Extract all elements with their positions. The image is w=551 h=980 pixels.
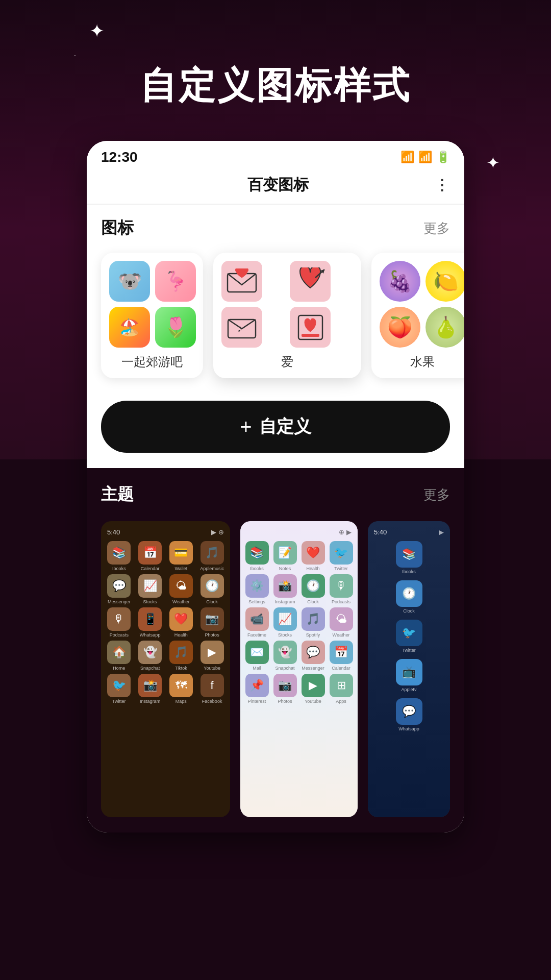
icon-flamingo: 🦩 <box>155 261 196 302</box>
theme-cards-container: 5:40 ▶ ⊕ 📚 Ibooks 📅 Calendar <box>101 521 450 817</box>
theme2-spotify: 🎵 Spotify <box>300 607 325 638</box>
icon-love-heart-arrow <box>290 261 331 302</box>
page-title: 自定义图标样式 <box>0 0 551 110</box>
theme2-messenger: 💬 Messenger <box>300 641 325 671</box>
phone-mockup: 12:30 📶 📶 🔋 百变图标 ⋮ 图标 更多 🐨 🦩 🏖️ 🌷 一起郊游吧 <box>87 141 464 832</box>
theme3-ibooks: 📚 Ibooks <box>396 541 422 574</box>
theme-card-brown[interactable]: 5:40 ▶ ⊕ 📚 Ibooks 📅 Calendar <box>101 521 230 817</box>
mini-app-instagram: 📸 Instagram <box>136 674 164 704</box>
mini-app-youtube: ▶ Youtube <box>198 641 226 671</box>
mini-app-photos: 📷 Photos <box>198 607 226 638</box>
svg-text:♪: ♪ <box>237 323 242 334</box>
icon-packs-scroll: 🐨 🦩 🏖️ 🌷 一起郊游吧 <box>87 248 464 388</box>
mini-app-wallet: 💳 Wallet <box>167 541 195 571</box>
signal-icon: 📶 <box>418 151 432 164</box>
theme2-clock: 🕐 Clock <box>300 574 325 604</box>
pack-name-love: 爱 <box>221 354 353 370</box>
svg-rect-8 <box>302 334 319 337</box>
theme2-snapchat: 👻 Snapchat <box>272 641 297 671</box>
mini-app-clock-1: 🕐 Clock <box>198 574 226 604</box>
icon-love-envelope-music: ♪ <box>221 307 262 348</box>
themes-section: 主题 更多 5:40 ▶ ⊕ 📚 Ibooks <box>87 468 464 832</box>
theme2-instagram: 📸 Instagram <box>272 574 297 604</box>
theme3-whatsapp: 💬 Whatsapp <box>396 698 422 731</box>
themes-title: 主题 <box>101 483 134 506</box>
theme2-facetime: 📹 Facetime <box>244 607 269 638</box>
mini-app-messenger: 💬 Messenger <box>105 574 133 604</box>
theme3-clock: 🕐 Clock <box>396 580 422 614</box>
icon-fruit-pear: 🍐 <box>425 307 464 348</box>
theme2-youtube: ▶ Youtube <box>300 674 325 704</box>
theme2-weather: 🌤 Weather <box>329 607 354 638</box>
wifi-icon: 📶 <box>400 151 414 164</box>
customize-btn-area: + 自定义 <box>87 388 464 468</box>
icon-pack-fruits[interactable]: 🍇 🍋 🍑 🍐 水果 <box>371 253 464 378</box>
theme2-pinterest: 📌 Pinterest <box>244 674 269 704</box>
pack-name-outing: 一起郊游吧 <box>109 354 195 370</box>
icon-fruit-lemon: 🍋 <box>425 261 464 302</box>
icon-pack-outing[interactable]: 🐨 🦩 🏖️ 🌷 一起郊游吧 <box>101 253 203 378</box>
theme2-notes: 📝 Notes <box>272 541 297 571</box>
mini-app-weather-1: 🌤 Weather <box>167 574 195 604</box>
icon-fruit-grape: 🍇 <box>380 261 420 302</box>
mini-app-whatsapp: 📱 Whatsapp <box>136 607 164 638</box>
icon-fruit-peach: 🍑 <box>380 307 420 348</box>
status-time: 12:30 <box>101 149 138 165</box>
battery-icon: 🔋 <box>436 151 450 164</box>
mini-app-applemusic: 🎵 Applemusic <box>198 541 226 571</box>
mini-app-facebook: f Facebook <box>198 674 226 704</box>
mini-app-calendar: 📅 Calendar <box>136 541 164 571</box>
icon-love-book <box>290 307 331 348</box>
app-header: 百变图标 ⋮ <box>87 169 464 204</box>
theme2-apps: ⊞ Apps <box>329 674 354 704</box>
icons-section-title: 图标 <box>101 217 134 239</box>
theme2-twitter: 🐦 Twitter <box>329 541 354 571</box>
mini-app-tiktok: 🎵 Tiktok <box>167 641 195 671</box>
mini-app-home: 🏠 Home <box>105 641 133 671</box>
icon-lighthouse: 🏖️ <box>109 307 150 348</box>
app-title: 百变图标 <box>121 175 435 195</box>
theme2-settings: ⚙️ Settings <box>244 574 269 604</box>
theme-card-light[interactable]: ⊕ ▶ 📚 Ibooks 📝 Notes ❤️ Hea <box>240 521 358 817</box>
icon-garden: 🌷 <box>155 307 196 348</box>
theme1-status-bar: 5:40 ▶ ⊕ <box>105 528 226 536</box>
themes-section-header: 主题 更多 <box>101 483 450 506</box>
icons-more-button[interactable]: 更多 <box>423 219 450 237</box>
icon-love-envelope <box>221 261 262 302</box>
mini-app-ibooks: 📚 Ibooks <box>105 541 133 571</box>
mini-app-maps: 🗺 Maps <box>167 674 195 704</box>
mini-app-stocks: 📈 Stocks <box>136 574 164 604</box>
theme3-appletv: 📺 Appletv <box>396 659 422 692</box>
theme2-calendar: 📅 Calendar <box>329 641 354 671</box>
mini-app-health: ❤️ Health <box>167 607 195 638</box>
more-menu-button[interactable]: ⋮ <box>435 177 450 193</box>
pack-name-fruits: 水果 <box>380 354 464 370</box>
mini-app-podcasts: 🎙 Podcasts <box>105 607 133 638</box>
icon-pack-love[interactable]: ♪ 爱 <box>213 253 361 378</box>
customize-plus-icon: + <box>240 415 252 438</box>
themes-more-button[interactable]: 更多 <box>423 486 450 504</box>
theme2-health: ❤️ Health <box>300 541 325 571</box>
theme2-photos: 📷 Photos <box>272 674 297 704</box>
star-decoration-3: ✦ <box>486 153 500 173</box>
icon-sky: 🐨 <box>109 261 150 302</box>
customize-label: 自定义 <box>259 415 311 438</box>
theme2-podcasts: 🎙 Podcasts <box>329 574 354 604</box>
mini-app-snapchat: 👻 Snapchat <box>136 641 164 671</box>
theme3-twitter: 🐦 Twitter <box>396 620 422 653</box>
icons-section-header: 图标 更多 <box>87 205 464 248</box>
theme2-mail: ✉️ Mail <box>244 641 269 671</box>
theme-card-dark[interactable]: 5:40 ▶ 📚 Ibooks 🕐 Clock 🐦 <box>368 521 450 817</box>
theme2-ibooks: 📚 Ibooks <box>244 541 269 571</box>
status-icons: 📶 📶 🔋 <box>400 151 450 164</box>
status-bar: 12:30 📶 📶 🔋 <box>87 141 464 169</box>
theme2-stocks: 📈 Stocks <box>272 607 297 638</box>
mini-app-twitter-1: 🐦 Twitter <box>105 674 133 704</box>
customize-button[interactable]: + 自定义 <box>101 401 450 453</box>
